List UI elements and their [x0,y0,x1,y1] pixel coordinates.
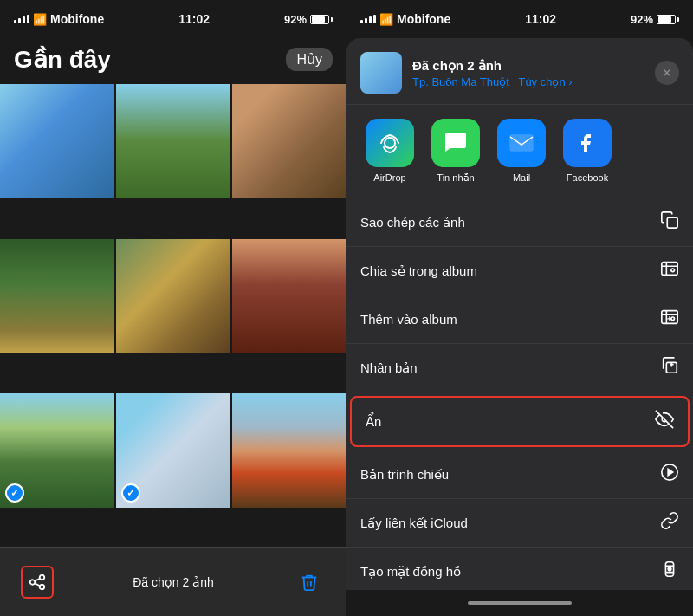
right-time-display: 11:02 [525,12,556,26]
app-mail[interactable]: Mail [492,119,551,184]
photo-cell-6[interactable] [232,239,346,353]
share-location: Tp. Buôn Ma Thuột [412,75,509,88]
right-battery-icon [657,15,679,24]
share-header: Đã chọn 2 ảnh Tp. Buôn Ma Thuột Tùy chọn… [346,38,693,105]
svg-point-12 [668,567,671,571]
svg-rect-3 [662,263,677,276]
share-sheet: Đã chọn 2 ảnh Tp. Buôn Ma Thuột Tùy chọn… [346,38,693,590]
gallery-title: Gần đây [14,45,111,74]
left-panel: 📶 Mobifone 11:02 92% Gần đây Hủy [0,0,346,616]
action-icloud[interactable]: Lấy liên kết iCloud [346,499,693,548]
right-status-bar: 📶 Mobifone 11:02 92% [346,0,693,38]
cancel-button[interactable]: Hủy [286,48,333,71]
share-album-icon [660,259,679,282]
left-header: Gần đây Hủy [0,38,346,84]
hide-label: Ẩn [366,414,381,430]
share-album-label: Chia sẻ trong album [360,263,477,279]
action-duplicate[interactable]: Nhân bản [346,344,693,392]
app-facebook[interactable]: Facebook [558,119,617,184]
add-album-icon [660,308,679,331]
svg-point-4 [671,269,675,272]
photo-cell-9[interactable] [232,393,346,508]
action-hide[interactable]: Ẩn [350,396,690,447]
status-right: 92% [284,13,333,26]
time-display: 11:02 [178,12,210,26]
share-apps-row: AirDrop Tin nhắn Mail [346,105,693,198]
copy-icon [660,211,679,234]
wallpaper-label: Tạo mặt đồng hồ [360,564,461,580]
share-subtitle: Tp. Buôn Ma Thuột Tùy chọn › [412,75,644,88]
action-add-album[interactable]: Thêm vào album [346,295,693,344]
mail-label: Mail [513,172,530,183]
share-options-link[interactable]: Tùy chọn › [518,75,572,88]
photo-cell-5[interactable] [116,239,230,353]
facebook-icon [563,119,612,167]
share-actions-list: Sao chép các ảnh Chia sẻ trong album [346,198,693,590]
delete-button[interactable] [293,566,326,599]
messages-label: Tin nhắn [437,172,474,184]
action-copy[interactable]: Sao chép các ảnh [346,198,693,247]
right-signal-icon [360,15,376,23]
airdrop-icon [366,119,414,167]
right-status-right: 92% [631,13,679,26]
duplicate-label: Nhân bản [360,360,418,376]
right-wifi-icon: 📶 [379,13,393,26]
action-wallpaper[interactable]: Tạo mặt đồng hồ [346,548,693,590]
photo-cell-4[interactable] [0,239,114,353]
close-button[interactable]: ✕ [655,61,679,85]
selected-count-label: Đã chọn 2 ảnh [133,575,214,589]
left-toolbar: Đã chọn 2 ảnh [0,547,346,616]
svg-marker-10 [668,469,673,475]
svg-rect-2 [667,217,677,228]
action-share-album[interactable]: Chia sẻ trong album [346,247,693,295]
photo-grid: ✓ ✓ [0,84,346,547]
photo-cell-8[interactable]: ✓ [116,393,230,508]
battery-percent: 92% [284,13,307,26]
home-bar [468,601,572,605]
slideshow-label: Bản trình chiếu [360,467,449,483]
photo-cell-1[interactable] [0,84,114,198]
battery-icon [310,15,333,24]
photo-cell-7[interactable]: ✓ [0,393,114,508]
app-airdrop[interactable]: AirDrop [360,119,419,184]
icloud-icon [660,511,679,535]
signal-icon [14,15,29,23]
photo-cell-2[interactable] [116,84,230,198]
copy-label: Sao chép các ảnh [360,215,465,230]
share-button[interactable] [21,566,54,599]
carrier-name: Mobifone [50,12,104,26]
right-carrier-name: Mobifone [397,12,450,26]
mail-icon [497,119,546,167]
share-info: Đã chọn 2 ảnh Tp. Buôn Ma Thuột Tùy chọn… [412,58,644,88]
right-panel: 📶 Mobifone 11:02 92% Đã chọn 2 ảnh Tp. B… [346,0,693,616]
action-slideshow[interactable]: Bản trình chiếu [346,451,693,499]
photo-cell-3[interactable] [232,84,346,198]
close-icon: ✕ [662,66,672,80]
right-status-left: 📶 Mobifone [360,12,450,26]
add-album-label: Thêm vào album [360,312,457,327]
svg-point-0 [385,138,395,148]
right-battery-percent: 92% [631,13,653,26]
app-messages[interactable]: Tin nhắn [426,119,485,184]
hide-icon [655,410,674,433]
watch-icon [660,560,679,583]
icloud-label: Lấy liên kết iCloud [360,515,468,531]
home-indicator [346,590,693,616]
status-left: 📶 Mobifone [14,12,104,26]
svg-rect-1 [510,135,533,151]
airdrop-label: AirDrop [373,172,405,183]
share-thumbnail [360,52,402,94]
duplicate-icon [660,356,679,379]
facebook-label: Facebook [567,172,608,183]
wifi-icon: 📶 [33,13,47,26]
share-title: Đã chọn 2 ảnh [412,58,644,74]
messages-icon [431,119,480,167]
slideshow-icon [660,463,679,486]
left-status-bar: 📶 Mobifone 11:02 92% [0,0,346,38]
